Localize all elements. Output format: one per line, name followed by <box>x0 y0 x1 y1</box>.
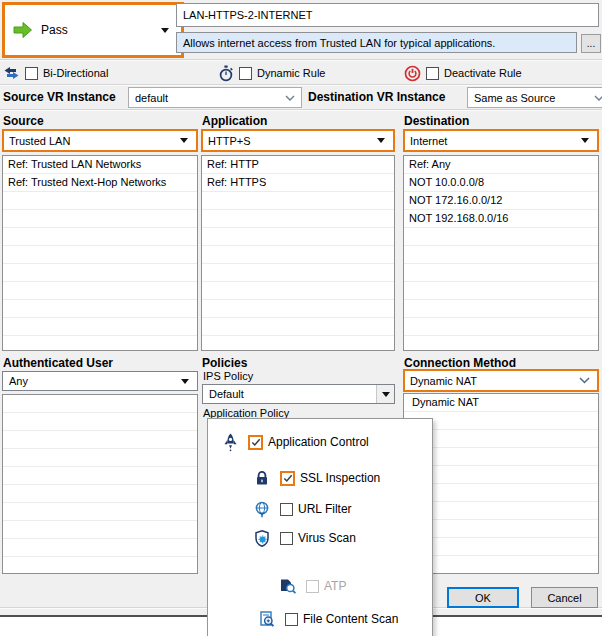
virus-scan-checkbox[interactable] <box>280 532 293 545</box>
dropdown-caret-icon <box>581 138 589 143</box>
authenticated-user-list <box>2 394 198 574</box>
list-item[interactable]: Ref: Trusted LAN Networks <box>3 156 197 174</box>
dropdown-caret-icon <box>377 138 385 143</box>
divider <box>0 84 602 86</box>
ips-policy-combo[interactable]: Default <box>202 384 395 404</box>
combo-button[interactable] <box>376 385 394 403</box>
rule-edit-dialog: Pass Allows internet access from Trusted… <box>0 0 602 636</box>
url-filter-label: URL Filter <box>298 502 352 516</box>
url-filter-checkbox[interactable] <box>280 503 293 516</box>
connection-method-value: Dynamic NAT <box>410 375 477 387</box>
list-item[interactable]: Ref: Trusted Next-Hop Networks <box>3 174 197 192</box>
bidirectional-checkbox[interactable] <box>25 67 38 80</box>
chevron-down-icon <box>594 95 602 101</box>
ssl-inspection-checkbox[interactable] <box>280 471 295 486</box>
flag-bidirectional: Bi-Directional <box>3 63 108 83</box>
authenticated-user-header: Authenticated User <box>3 356 113 370</box>
globe-filter-icon <box>252 501 272 518</box>
stopwatch-icon <box>218 65 234 82</box>
source-vr-combo[interactable]: default <box>128 87 302 108</box>
destination-header: Destination <box>404 114 469 128</box>
file-content-scan-label: File Content Scan <box>303 612 398 626</box>
destination-vr-combo[interactable]: Same as Source <box>467 87 602 108</box>
bidirectional-label: Bi-Directional <box>43 67 108 79</box>
dropdown-caret-icon <box>180 138 188 143</box>
dropdown-caret-icon <box>181 379 189 384</box>
virus-scan-label: Virus Scan <box>298 531 356 545</box>
doc-search-icon <box>257 611 277 628</box>
menu-item-virus-scan[interactable]: Virus Scan <box>208 528 476 548</box>
flag-dynamic-rule: Dynamic Rule <box>218 63 325 83</box>
application-list: Ref: HTTP Ref: HTTPS <box>201 155 395 351</box>
destination-vr-value: Same as Source <box>474 92 555 104</box>
authenticated-user-combo[interactable]: Any <box>2 371 198 391</box>
menu-item-ssl-inspection[interactable]: SSL Inspection <box>208 468 476 488</box>
list-item[interactable]: NOT 10.0.0.0/8 <box>404 174 598 192</box>
pass-arrow-icon <box>13 21 33 39</box>
cancel-button[interactable]: Cancel <box>531 587 598 608</box>
atp-checkbox <box>306 580 319 593</box>
atp-label: ATP <box>324 579 346 593</box>
application-policy-menu: Application Control SSL Inspection <box>207 418 433 636</box>
power-icon <box>404 65 421 82</box>
destination-list: Ref: Any NOT 10.0.0.0/8 NOT 172.16.0.0/1… <box>403 155 599 351</box>
rocket-icon <box>220 433 240 452</box>
menu-item-url-filter[interactable]: URL Filter <box>208 499 476 519</box>
dynamic-rule-label: Dynamic Rule <box>257 67 325 79</box>
rule-name-input[interactable] <box>176 3 599 27</box>
application-header: Application <box>202 114 267 128</box>
deactivate-rule-label: Deactivate Rule <box>444 67 522 79</box>
application-combo[interactable]: HTTP+S <box>201 129 395 152</box>
source-list: Ref: Trusted LAN Networks Ref: Trusted N… <box>2 155 198 351</box>
list-item[interactable]: Ref: HTTP <box>202 156 394 174</box>
check-icon <box>283 474 293 483</box>
source-combo[interactable]: Trusted LAN <box>2 129 198 152</box>
check-icon <box>251 438 261 447</box>
dropdown-caret-icon <box>382 392 390 397</box>
connection-method-header: Connection Method <box>404 356 516 370</box>
ips-policy-value: Default <box>209 388 244 400</box>
file-magnifier-icon <box>278 578 298 594</box>
divider <box>0 109 602 111</box>
source-vr-value: default <box>135 92 168 104</box>
flag-deactivate-rule: Deactivate Rule <box>404 63 522 83</box>
application-control-checkbox[interactable] <box>248 435 263 450</box>
dropdown-caret-icon <box>161 28 169 33</box>
lock-icon <box>252 470 272 486</box>
application-control-label: Application Control <box>268 435 369 449</box>
connection-method-combo[interactable]: Dynamic NAT <box>403 369 599 392</box>
menu-item-atp: ATP <box>208 576 502 596</box>
source-header: Source <box>3 114 44 128</box>
policies-header: Policies <box>202 356 247 370</box>
list-item[interactable]: NOT 172.16.0.0/12 <box>404 192 598 210</box>
list-item[interactable]: Dynamic NAT <box>404 394 598 412</box>
rule-description-field[interactable]: Allows internet access from Trusted LAN … <box>176 32 577 53</box>
list-item[interactable]: Ref: HTTPS <box>202 174 394 192</box>
ssl-inspection-label: SSL Inspection <box>300 471 380 485</box>
ips-policy-label: IPS Policy <box>203 370 253 382</box>
bidirectional-icon <box>3 66 20 80</box>
application-value: HTTP+S <box>208 135 250 147</box>
destination-value: Internet <box>410 135 447 147</box>
destination-vr-label: Destination VR Instance <box>308 90 445 104</box>
rule-action-combo[interactable]: Pass <box>2 2 184 58</box>
file-content-scan-checkbox[interactable] <box>285 613 298 626</box>
authenticated-user-value: Any <box>9 375 28 387</box>
chevron-down-icon <box>285 95 295 101</box>
list-item[interactable]: Ref: Any <box>404 156 598 174</box>
menu-item-application-control[interactable]: Application Control <box>208 432 444 452</box>
list-item[interactable]: NOT 192.168.0.0/16 <box>404 210 598 228</box>
chevron-down-icon <box>579 377 590 384</box>
deactivate-rule-checkbox[interactable] <box>426 67 439 80</box>
destination-combo[interactable]: Internet <box>403 129 599 152</box>
dynamic-rule-checkbox[interactable] <box>239 67 252 80</box>
shield-virus-icon <box>252 530 272 547</box>
menu-item-file-content-scan[interactable]: File Content Scan <box>208 609 481 629</box>
divider <box>0 59 602 61</box>
description-more-button[interactable]: ... <box>581 34 601 53</box>
source-vr-label: Source VR Instance <box>3 90 116 104</box>
source-value: Trusted LAN <box>9 135 70 147</box>
rule-action-value: Pass <box>41 23 68 37</box>
